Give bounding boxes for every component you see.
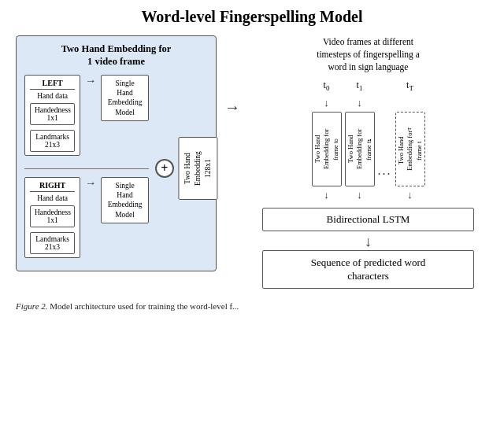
left-hand-label: LEFT: [30, 79, 75, 90]
panel-connector-arrow: →: [224, 98, 240, 116]
lstm-box: Bidirectional LSTM: [262, 208, 473, 231]
frame-embed-t0: Two Hand Embedding for frame t₀: [312, 112, 342, 186]
timestep-t1-label: t1: [357, 79, 363, 92]
left-hand-section: LEFT Hand data Handedness 1x1 Landmarks …: [24, 75, 149, 156]
down-arrow-tT-2: ↓: [407, 189, 413, 201]
down-arrow-lstm: ↓: [365, 234, 372, 249]
right-panel: Video frames at different timesteps of f…: [248, 35, 488, 290]
caption-text: Model architecture used for training the…: [48, 301, 239, 311]
frame-embed-t1: Two Hand Embedding for frame t₁: [345, 112, 375, 186]
frame-embed-tT: Two HandEmbedding forframe tT: [395, 112, 425, 186]
left-arrow-1: →: [85, 75, 96, 87]
timestep-tT-label: tT: [406, 79, 413, 92]
caption-label: Figure 2.: [16, 301, 48, 311]
left-panel-title: Two Hand Embedding for 1 video frame: [24, 42, 208, 68]
down-arrow-t0: ↓: [324, 97, 329, 109]
right-handedness-box: Handedness 1x1: [30, 205, 75, 227]
left-hand-sub: Hand data: [30, 92, 75, 100]
left-handedness-box: Handedness 1x1: [30, 103, 75, 125]
left-panel: Two Hand Embedding for 1 video frame LEF…: [16, 35, 217, 271]
left-landmarks-box: Landmarks 21x3: [30, 130, 75, 152]
page-title: Word-level Fingerspelling Model: [16, 8, 488, 26]
timestep-t0-label: t0: [324, 79, 330, 92]
plus-symbol: +: [155, 159, 174, 178]
right-hand-label: RIGHT: [30, 181, 75, 192]
down-arrow-t0-2: ↓: [324, 189, 329, 201]
two-hand-embed-box: Two Hand Embedding 128x1: [178, 137, 217, 200]
down-arrow-t1: ↓: [357, 97, 362, 109]
right-arrow-1: →: [85, 177, 96, 190]
right-single-embed-box: Single Hand Embedding Model: [101, 177, 149, 223]
caption: Figure 2. Model architecture used for tr…: [16, 300, 488, 313]
left-single-embed-box: Single Hand Embedding Model: [101, 75, 149, 121]
right-landmarks-box: Landmarks 21x3: [30, 232, 75, 254]
right-top-text: Video frames at different timesteps of f…: [317, 35, 420, 73]
right-hand-sub: Hand data: [30, 194, 75, 202]
down-arrow-t1-2: ↓: [357, 189, 362, 201]
right-hand-section: RIGHT Hand data Handedness 1x1 Landmarks…: [24, 177, 149, 258]
dots-middle: ...: [378, 164, 392, 178]
seq-box: Sequence of predicted word characters: [262, 250, 473, 289]
